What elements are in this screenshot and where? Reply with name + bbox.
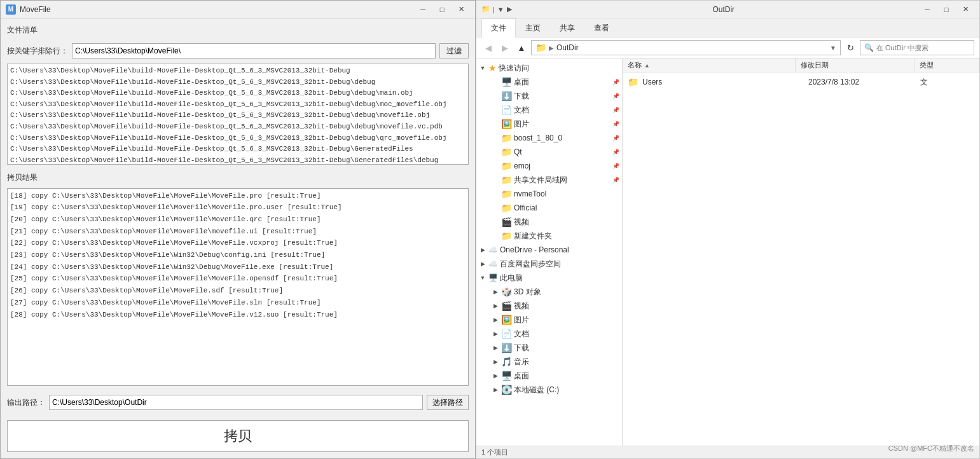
expand-icon: ▶ — [492, 359, 499, 365]
ribbon-tab-共享[interactable]: 共享 — [550, 18, 584, 38]
tree-item-emoj[interactable]: 📁 emoj 📌 — [476, 159, 622, 173]
file-area: 名称 ▲ 修改日期 类型 📁 Users 2023/7/8 13:02 文 — [623, 58, 979, 446]
tree-item-pc-图片[interactable]: ▶ 🖼️ 图片 — [476, 313, 622, 327]
ribbon-tab-文件[interactable]: 文件 — [481, 18, 516, 38]
file-list-item: C:\Users\33\Desktop\MoveFile\build-MoveF… — [10, 133, 466, 144]
explorer-minimize-button[interactable]: ─ — [918, 3, 936, 16]
file-list-item: C:\Users\33\Desktop\MoveFile\build-MoveF… — [10, 155, 466, 165]
tree-item-pc-本地磁盘 (C:)[interactable]: ▶ 💽 本地磁盘 (C:) — [476, 383, 622, 397]
baiducloud-icon: ☁️ — [488, 259, 498, 268]
tree-section-thispc[interactable]: ▼ 🖥️ 此电脑 — [476, 271, 622, 285]
close-button[interactable]: ✕ — [452, 3, 470, 16]
tree-item-pc-音乐[interactable]: ▶ 🎵 音乐 — [476, 355, 622, 369]
file-icon: 📁 — [628, 77, 638, 87]
file-list-content[interactable]: 📁 Users 2023/7/8 13:02 文 — [623, 72, 979, 446]
explorer-close-button[interactable]: ✕ — [956, 3, 974, 16]
tree-item-pc-文档[interactable]: ▶ 📄 文档 — [476, 327, 622, 341]
tree-item-pc-视频[interactable]: ▶ 🎬 视频 — [476, 299, 622, 313]
explorer-maximize-button[interactable]: □ — [937, 3, 955, 16]
file-list-section-label: 文件清单 — [7, 25, 469, 36]
address-dropdown-arrow[interactable]: ▼ — [830, 45, 836, 51]
up-button[interactable]: ▲ — [514, 41, 528, 55]
folder-icon: 🖼️ — [501, 119, 512, 129]
expand-icon: ▼ — [479, 275, 487, 281]
tree-section-quick-access[interactable]: ▼ ★ 快速访问 — [476, 61, 622, 75]
file-date: 2023/7/8 13:02 — [808, 78, 916, 86]
copy-result-section-label: 拷贝结果 — [7, 172, 469, 183]
app-icon: M — [6, 4, 16, 15]
search-icon: 🔍 — [864, 43, 874, 52]
output-row: 输出路径： 选择路径 — [7, 395, 469, 410]
tree-item-pc-桌面[interactable]: ▶ 🖥️ 桌面 — [476, 369, 622, 383]
output-label: 输出路径： — [7, 397, 45, 408]
filter-button[interactable]: 过滤 — [439, 43, 469, 58]
tree-item-Qt[interactable]: 📁 Qt 📌 — [476, 145, 622, 159]
tree-item-桌面[interactable]: 🖥️ 桌面 📌 — [476, 75, 622, 89]
expand-icon: ▶ — [492, 387, 499, 393]
tree-item-视频[interactable]: 🎬 视频 — [476, 215, 622, 229]
copy-result-item: [20] copy C:\Users\33\Desktop\MoveFile\M… — [10, 214, 466, 226]
col-header-date[interactable]: 修改日期 — [796, 58, 914, 72]
explorer-path-display: ▶ — [507, 5, 713, 13]
pin-icon: 📌 — [612, 135, 619, 141]
copy-result-item: [28] copy C:\Users\33\Desktop\MoveFile\M… — [10, 309, 466, 321]
tree-section-onedrive[interactable]: ▶ ☁️ OneDrive - Personal — [476, 243, 622, 257]
file-list-item: C:\Users\33\Desktop\MoveFile\build-MoveF… — [10, 77, 466, 88]
col-header-name[interactable]: 名称 ▲ — [623, 58, 796, 72]
select-path-button[interactable]: 选择路径 — [427, 395, 469, 410]
address-text: OutDir — [556, 43, 579, 52]
maximize-button[interactable]: □ — [433, 3, 451, 16]
expand-icon: ▶ — [492, 373, 499, 379]
copy-button[interactable]: 拷贝 — [7, 420, 469, 452]
tree-item-共享文件局域网[interactable]: 📁 共享文件局域网 📌 — [476, 173, 622, 187]
filter-row: 按关键字排除行： 过滤 — [7, 43, 469, 58]
folder-icon: 🎬 — [501, 217, 512, 227]
tree-item-boost_1_80_0[interactable]: 📁 boost_1_80_0 📌 — [476, 131, 622, 145]
copy-result-item: [27] copy C:\Users\33\Desktop\MoveFile\M… — [10, 297, 466, 309]
tree-section-baiducloud[interactable]: ▶ ☁️ 百度网盘同步空间 — [476, 257, 622, 271]
copy-result-area[interactable]: [18] copy C:\Users\33\Desktop\MoveFile\M… — [7, 188, 469, 386]
explorer-titlebar: 📁 | ▼ ▶ OutDir ─ □ ✕ — [476, 1, 979, 18]
address-arrow: ▶ — [549, 45, 554, 51]
search-input[interactable] — [876, 44, 965, 51]
back-button[interactable]: ◀ — [481, 41, 495, 55]
file-list-area[interactable]: C:\Users\33\Desktop\MoveFile\build-MoveF… — [7, 64, 469, 165]
refresh-button[interactable]: ↻ — [843, 41, 857, 55]
app-titlebar: M MoveFile ─ □ ✕ — [1, 1, 475, 18]
pin-icon: 📌 — [612, 163, 619, 169]
forward-button[interactable]: ▶ — [498, 41, 512, 55]
folder-icon: 📁 — [501, 147, 512, 157]
thispc-icon: 🖥️ — [488, 273, 498, 282]
tree-item-pc-下载[interactable]: ▶ ⬇️ 下载 — [476, 341, 622, 355]
star-icon: ★ — [488, 63, 497, 73]
file-list-item: C:\Users\33\Desktop\MoveFile\build-MoveF… — [10, 121, 466, 133]
folder-icon: 📁 — [501, 133, 512, 143]
tree-item-下载[interactable]: ⬇️ 下载 📌 — [476, 89, 622, 103]
titlebar-controls: ─ □ ✕ — [414, 3, 470, 16]
status-text: 1 个项目 — [481, 448, 508, 457]
ribbon-tab-查看[interactable]: 查看 — [584, 18, 619, 38]
output-path-input[interactable] — [49, 395, 423, 410]
folder-icon: 📁 — [501, 175, 512, 185]
minimize-button[interactable]: ─ — [414, 3, 432, 16]
onedrive-icon: ☁️ — [488, 245, 498, 254]
ribbon-tab-主页[interactable]: 主页 — [516, 18, 550, 38]
tree-item-图片[interactable]: 🖼️ 图片 📌 — [476, 117, 622, 131]
pin-icon: 📌 — [612, 93, 619, 99]
file-row[interactable]: 📁 Users 2023/7/8 13:02 文 — [623, 75, 979, 89]
address-path[interactable]: 📁 ▶ OutDir ▼ — [531, 40, 841, 55]
pin-icon: 📌 — [612, 79, 619, 85]
tree-item-Official[interactable]: 📁 Official — [476, 201, 622, 215]
file-type: 文 — [920, 77, 974, 88]
tree-item-pc-3D 对象[interactable]: ▶ 🎲 3D 对象 — [476, 285, 622, 299]
file-area-header: 名称 ▲ 修改日期 类型 — [623, 58, 979, 72]
folder-icon: ⬇️ — [501, 343, 512, 353]
expand-icon: ▶ — [492, 303, 499, 309]
expand-icon: ▶ — [479, 247, 487, 253]
tree-item-新建文件夹[interactable]: 📁 新建文件夹 — [476, 229, 622, 243]
tree-item-nvmeTool[interactable]: 📁 nvmeTool — [476, 187, 622, 201]
tree-item-文档[interactable]: 📄 文档 📌 — [476, 103, 622, 117]
explorer-ribbon: 文件主页共享查看 — [476, 18, 979, 38]
filter-input[interactable] — [72, 43, 436, 58]
col-header-type[interactable]: 类型 — [914, 58, 979, 72]
